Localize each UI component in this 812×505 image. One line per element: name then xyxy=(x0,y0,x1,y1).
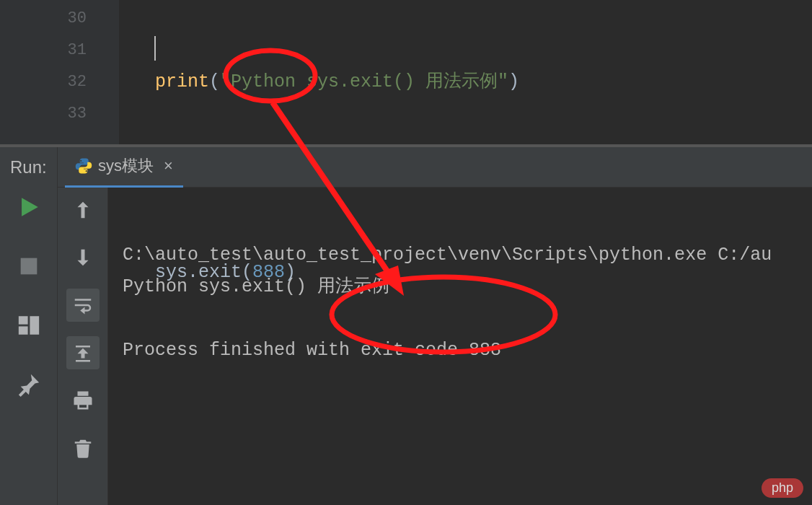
token-method: exit xyxy=(198,262,242,283)
python-file-icon xyxy=(75,157,92,175)
scroll-down-button[interactable] xyxy=(66,241,100,274)
token-function: print xyxy=(155,71,209,92)
code-content[interactable]: print("Python sys.exit() 用法示例") sys.exit… xyxy=(119,0,812,144)
run-tab-label: sys模块 xyxy=(98,155,154,177)
line-number: 33 xyxy=(0,98,119,130)
layout-settings-button[interactable] xyxy=(0,296,58,355)
console-tool-column xyxy=(58,188,108,505)
line-number: 30 xyxy=(0,3,119,35)
code-line-empty xyxy=(155,352,812,384)
rerun-button[interactable] xyxy=(0,177,58,237)
layout-icon xyxy=(17,313,41,338)
token-identifier: sys xyxy=(155,262,187,283)
token-string: "Python sys.exit() 用法示例" xyxy=(220,71,508,92)
play-icon xyxy=(17,195,41,219)
print-button[interactable] xyxy=(66,384,100,417)
code-line-empty xyxy=(155,162,812,193)
scroll-end-icon xyxy=(72,342,94,364)
stop-icon xyxy=(17,254,41,278)
watermark-badge: php xyxy=(762,478,803,498)
svg-rect-4 xyxy=(30,316,39,335)
svg-marker-0 xyxy=(22,198,38,216)
printer-icon xyxy=(72,390,94,411)
pin-button[interactable] xyxy=(0,355,58,414)
arrow-down-icon xyxy=(72,247,94,268)
editor-caret xyxy=(154,36,156,61)
wrap-icon xyxy=(72,294,94,316)
code-line: print("Python sys.exit() 用法示例") xyxy=(155,66,812,98)
clear-all-button[interactable] xyxy=(66,431,100,465)
svg-rect-1 xyxy=(21,258,37,275)
arrow-up-icon xyxy=(72,199,94,221)
editor-pane[interactable]: 30 31 32 33 print("Python sys.exit() 用法示… xyxy=(0,0,812,144)
soft-wrap-button[interactable] xyxy=(66,289,100,322)
svg-rect-2 xyxy=(19,316,28,324)
token-number: 888 xyxy=(252,262,285,283)
trash-icon xyxy=(72,437,94,459)
scroll-to-end-button[interactable] xyxy=(66,336,100,369)
stop-button[interactable] xyxy=(0,237,58,296)
code-line: sys.exit(888) xyxy=(155,257,812,289)
scroll-up-button[interactable] xyxy=(66,193,100,227)
token-paren: ) xyxy=(508,71,519,92)
line-number-gutter: 30 31 32 33 xyxy=(0,0,119,144)
ide-workspace: 30 31 32 33 print("Python sys.exit() 用法示… xyxy=(0,0,812,505)
token-paren: ( xyxy=(209,71,220,92)
line-number: 32 xyxy=(0,66,119,98)
token-paren: ( xyxy=(242,262,252,283)
token-dot: . xyxy=(187,262,198,283)
run-title: Run: xyxy=(0,147,57,177)
svg-rect-3 xyxy=(19,326,28,334)
token-paren: ) xyxy=(285,262,296,283)
pin-icon xyxy=(17,372,41,397)
run-action-sidebar: Run: xyxy=(0,147,58,505)
line-number: 31 xyxy=(0,35,119,66)
